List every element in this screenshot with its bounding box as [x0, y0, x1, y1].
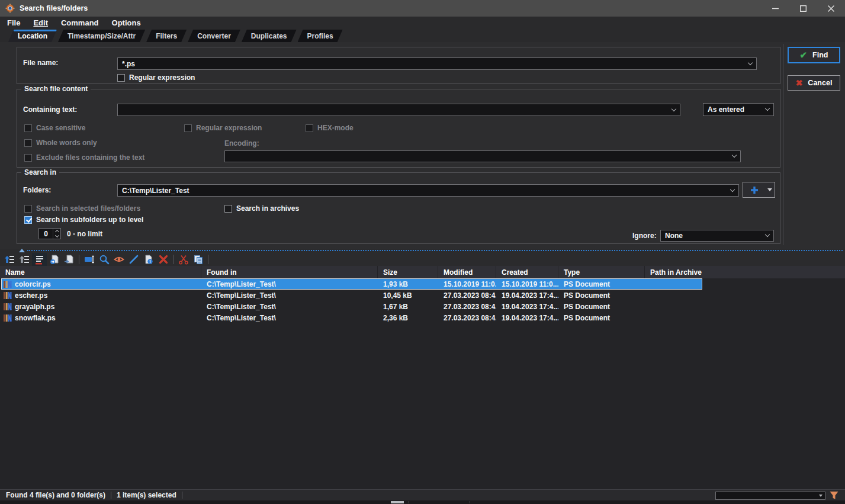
ignore-combo[interactable]: None	[660, 230, 774, 242]
file-name-value: *.ps	[122, 60, 135, 68]
checkbox-label: Regular expression	[129, 73, 195, 82]
delete-button[interactable]	[156, 253, 171, 266]
cell-type: PS Document	[558, 278, 645, 290]
checkbox-box	[24, 216, 32, 224]
checkbox-label: Case sensitive	[36, 124, 85, 132]
menu-options[interactable]: Options	[112, 18, 141, 27]
table-row[interactable]: escher.ps C:\Temp\Lister_Test\ 10,45 kB …	[0, 290, 845, 301]
text-mode-value: As entered	[708, 105, 744, 114]
view-file-button[interactable]	[47, 253, 62, 266]
ignore-value: None	[665, 232, 683, 240]
cut-button[interactable]	[176, 253, 191, 266]
minimize-button[interactable]	[762, 0, 789, 17]
close-button[interactable]	[817, 0, 845, 17]
add-folder-button[interactable]	[743, 182, 775, 198]
cell-created: 19.04.2023 17:4...	[496, 312, 558, 323]
containing-text-combo[interactable]	[117, 104, 680, 116]
search-archives-checkbox[interactable]: Search in archives	[224, 204, 299, 213]
table-row[interactable]: snowflak.ps C:\Temp\Lister_Test\ 2,36 kB…	[0, 312, 845, 323]
search-again-button[interactable]	[97, 253, 111, 266]
spinner-value: 0	[39, 230, 53, 238]
cell-size: 2,36 kB	[378, 312, 438, 323]
active-tab-accent	[14, 30, 57, 31]
results-toolbar	[0, 253, 845, 266]
rename-button[interactable]	[82, 253, 97, 266]
text-mode-combo[interactable]: As entered	[703, 103, 774, 116]
cell-path-in-archive	[645, 278, 845, 290]
tab-location[interactable]: Location	[8, 30, 57, 42]
checkbox-box	[24, 205, 32, 213]
edit-file-button[interactable]	[62, 253, 76, 266]
search-subfolders-checkbox[interactable]: Search in subfolders up to level	[24, 216, 143, 224]
x-icon: ✖	[796, 78, 803, 88]
search-in-group: Search in Folders: C:\Temp\Lister_Test S…	[17, 172, 780, 244]
tab-filters[interactable]: Filters	[146, 30, 187, 42]
find-button[interactable]: ✔ Find	[788, 47, 840, 63]
tab-duplicates[interactable]: Duplicates	[242, 30, 297, 42]
spinner-down-icon	[54, 233, 59, 237]
menubar: File Edit Command Options	[0, 17, 845, 28]
menu-command[interactable]: Command	[61, 18, 99, 27]
table-row[interactable]: grayalph.ps C:\Temp\Lister_Test\ 1,67 kB…	[0, 301, 845, 312]
cancel-button[interactable]: ✖ Cancel	[788, 75, 840, 91]
filename-regex-checkbox[interactable]: Regular expression	[117, 73, 195, 82]
checkbox-label: Search in archives	[236, 204, 299, 213]
quick-edit-button[interactable]	[126, 253, 141, 266]
column-header-created[interactable]: Created	[496, 266, 558, 278]
pencil-icon	[128, 254, 139, 265]
copy-button[interactable]	[191, 253, 205, 266]
window-controls	[762, 0, 845, 17]
ps-file-icon	[3, 313, 12, 322]
close-icon	[828, 5, 834, 12]
table-row[interactable]: colorcir.ps C:\Temp\Lister_Test\ 1,93 kB…	[0, 278, 845, 290]
toolbar-separator	[208, 255, 208, 264]
spinner-buttons[interactable]	[53, 229, 60, 239]
properties-button[interactable]	[141, 253, 156, 266]
column-header-size[interactable]: Size	[378, 266, 438, 278]
group-title: Search in	[21, 168, 59, 177]
encoding-combo[interactable]	[224, 150, 741, 162]
maximize-button[interactable]	[789, 0, 817, 17]
subfolder-level-spinner[interactable]: 0	[38, 228, 61, 239]
chevron-down-icon	[748, 61, 753, 66]
column-header-type[interactable]: Type	[558, 266, 645, 278]
toolbar-separator	[79, 255, 79, 264]
menu-file[interactable]: File	[7, 18, 20, 27]
goto-file-new-tab-button[interactable]	[17, 253, 32, 266]
folders-label: Folders:	[23, 186, 51, 194]
folders-combo[interactable]: C:\Temp\Lister_Test	[117, 184, 739, 197]
checkbox-box	[24, 124, 32, 132]
file-name-combo[interactable]: *.ps	[117, 57, 757, 70]
results-splitter[interactable]	[0, 249, 845, 253]
column-header-found-in[interactable]: Found in	[201, 266, 378, 278]
quick-filter-combo[interactable]	[715, 492, 825, 500]
column-header-modified[interactable]: Modified	[438, 266, 496, 278]
cancel-button-label: Cancel	[808, 79, 832, 87]
checkbox-label: Regular expression	[196, 124, 262, 132]
find-button-label: Find	[812, 51, 828, 59]
tab-converter[interactable]: Converter	[188, 30, 240, 42]
status-divider	[182, 492, 182, 499]
add-folder-dropdown[interactable]	[765, 188, 775, 191]
goto-file-button[interactable]	[2, 253, 17, 266]
tab-profiles[interactable]: Profiles	[298, 30, 343, 42]
splitter-up-arrow-icon	[19, 249, 25, 252]
cell-name: grayalph.ps	[0, 301, 201, 312]
titlebar: Search files/folders	[0, 0, 845, 17]
feed-to-listbox-button[interactable]	[32, 253, 47, 266]
column-header-name[interactable]: Name	[0, 266, 201, 278]
chevron-down-icon	[732, 153, 737, 158]
column-header-path-in-archive[interactable]: Path in Archive	[645, 266, 845, 278]
view-file-icon	[49, 254, 60, 265]
tab-timestamp-size-attr[interactable]: Timestamp/Size/Attr	[58, 30, 145, 42]
cell-found-in: C:\Temp\Lister_Test\	[201, 290, 378, 301]
encoding-label: Encoding:	[224, 139, 259, 147]
menu-edit[interactable]: Edit	[33, 18, 48, 27]
checkbox-label: HEX-mode	[317, 124, 354, 132]
cell-type: PS Document	[558, 290, 645, 301]
cell-modified: 27.03.2023 08:4...	[438, 312, 496, 323]
tab-label: Location	[18, 32, 47, 40]
cell-name: colorcir.ps	[0, 278, 201, 290]
cell-modified: 27.03.2023 08:4...	[438, 290, 496, 301]
view-lister-button[interactable]	[111, 253, 126, 266]
